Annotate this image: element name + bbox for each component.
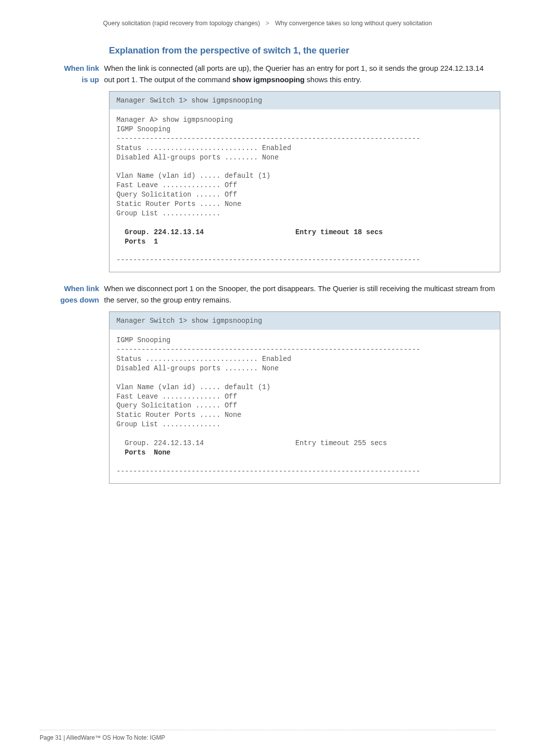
t1-l8: Fast Leave .............. Off <box>116 181 237 189</box>
breadcrumb: Query solicitation (rapid recovery from … <box>40 20 495 27</box>
t2-l14: ----------------------------------------… <box>116 467 420 475</box>
t1-l13: Group. 224.12.13.14 Entry timeout 18 sec… <box>116 228 383 236</box>
side-label-line1: When link <box>64 284 99 293</box>
t2-l12a: Group. 224.12.13.14 Entry timeout 255 se… <box>116 439 387 447</box>
terminal-output-2: Manager Switch 1> show igmpsnooping IGMP… <box>109 311 500 483</box>
t1-l10: Static Router Ports ..... None <box>116 200 241 208</box>
t1-l5: Disabled All-groups ports ........ None <box>116 153 279 161</box>
side-label-link-down: When link goes down <box>40 283 104 305</box>
terminal-header-2: Manager Switch 1> show igmpsnooping <box>109 312 500 330</box>
breadcrumb-right: Why convergence takes so long without qu… <box>275 20 432 27</box>
page: Query solicitation (rapid recovery from … <box>0 0 535 756</box>
para-text: When we disconnect port 1 on the Snooper… <box>104 284 495 304</box>
t2-l8: Query Solicitation ...... Off <box>116 402 237 409</box>
breadcrumb-separator: > <box>266 20 269 27</box>
t2-l7: Fast Leave .............. Off <box>116 393 237 401</box>
t1-l4: Status ........................... Enabl… <box>116 144 291 152</box>
t1-l2: IGMP Snooping <box>116 125 170 133</box>
t1-l3: ----------------------------------------… <box>116 135 420 143</box>
terminal-body-1: Manager A> show igmpsnooping IGMP Snoopi… <box>109 109 500 272</box>
breadcrumb-left: Query solicitation (rapid recovery from … <box>103 20 260 27</box>
terminal-body-2: IGMP Snooping --------------------------… <box>109 330 500 483</box>
footer-divider <box>40 730 495 730</box>
terminal-output-1: Manager Switch 1> show igmpsnooping Mana… <box>109 91 500 272</box>
side-label-line1: When link <box>64 64 99 72</box>
t2-l3: Status ........................... Enabl… <box>116 355 291 363</box>
t2-l1: IGMP Snooping <box>116 336 170 344</box>
t1-l14: Ports 1 <box>116 238 158 246</box>
t2-l9: Static Router Ports ..... None <box>116 411 241 419</box>
t1-l1: Manager A> show igmpsnooping <box>116 116 233 124</box>
command-name: show igmpsnooping <box>232 75 305 84</box>
para-text-b: shows this entry. <box>305 75 362 84</box>
side-label-line2: goes down <box>60 296 99 304</box>
paragraph-row-link-down: When link goes down When we disconnect p… <box>40 283 495 305</box>
t2-l2: ----------------------------------------… <box>116 346 420 353</box>
paragraph-row-link-up: When link is up When the link is connect… <box>40 63 495 85</box>
t1-l9: Query Solicitation ...... Off <box>116 191 237 199</box>
paragraph-link-down: When we disconnect port 1 on the Snooper… <box>104 283 495 305</box>
t2-l10: Group List .............. <box>116 420 220 428</box>
page-footer: Page 31 | AlliedWare™ OS How To Note: IG… <box>40 730 495 741</box>
paragraph-link-up: When the link is connected (all ports ar… <box>104 63 495 85</box>
t1-l11: Group List .............. <box>116 209 220 217</box>
t1-l7: Vlan Name (vlan id) ..... default (1) <box>116 172 270 180</box>
side-label-line2: is up <box>82 75 99 84</box>
t1-l16: ----------------------------------------… <box>116 256 420 264</box>
footer-text: Page 31 | AlliedWare™ OS How To Note: IG… <box>40 734 165 741</box>
side-label-link-up: When link is up <box>40 63 104 85</box>
t2-l6: Vlan Name (vlan id) ..... default (1) <box>116 383 270 391</box>
section-heading: Explanation from the perspective of swit… <box>109 46 495 56</box>
t2-l4: Disabled All-groups ports ........ None <box>116 364 279 372</box>
t2-l12b: Ports None <box>116 449 170 456</box>
terminal-header-1: Manager Switch 1> show igmpsnooping <box>109 92 500 109</box>
